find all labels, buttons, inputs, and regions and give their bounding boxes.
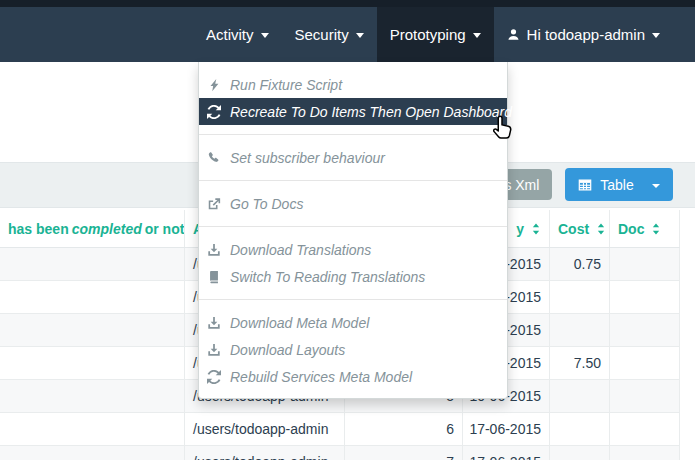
menu-divider xyxy=(199,134,507,135)
download-icon xyxy=(205,343,222,357)
nav-item-label: Hi todoapp-admin xyxy=(527,26,645,43)
download-icon xyxy=(205,316,222,330)
cell-cost xyxy=(550,314,610,346)
cell-doc xyxy=(610,380,680,412)
cell-due-by: 17-06-2015 xyxy=(463,446,550,460)
table-row[interactable]: /users/todoapp-admin 6 17-06-2015 xyxy=(0,413,680,446)
phone-icon xyxy=(205,151,222,165)
cell-completed xyxy=(0,380,185,412)
cell-path: /users/todoapp-admin xyxy=(185,446,345,460)
cell-doc xyxy=(610,413,680,445)
caret-down-icon xyxy=(652,184,660,188)
nav-item-prototyping[interactable]: Prototyping xyxy=(377,7,494,62)
nav-item-user-menu[interactable]: Hi todoapp-admin xyxy=(494,7,673,62)
cell-completed xyxy=(0,347,185,379)
cell-cost: 0.75 xyxy=(550,248,610,280)
refresh-icon xyxy=(205,105,222,119)
menu-item-rebuild-services-meta-model[interactable]: Rebuild Services Meta Model xyxy=(199,363,507,390)
menu-divider xyxy=(199,180,507,181)
cell-quantity: 7 xyxy=(345,446,463,460)
cell-doc xyxy=(610,248,680,280)
cell-doc xyxy=(610,446,680,460)
top-navbar: Activity Security Prototyping Hi todoapp… xyxy=(0,7,695,62)
cell-completed xyxy=(0,281,185,313)
cell-path: /users/todoapp-admin xyxy=(185,413,345,445)
nav-item-label: Prototyping xyxy=(390,26,466,43)
cell-cost: 7.50 xyxy=(550,347,610,379)
nav-item-label: Activity xyxy=(206,26,254,43)
menu-item-download-meta-model[interactable]: Download Meta Model xyxy=(199,309,507,336)
cell-cost xyxy=(550,380,610,412)
caret-down-icon xyxy=(652,33,660,38)
app-window: Activity Security Prototyping Hi todoapp… xyxy=(0,0,695,460)
menu-divider xyxy=(199,226,507,227)
menu-item-download-translations[interactable]: Download Translations xyxy=(199,236,507,263)
book-icon xyxy=(205,270,222,284)
menu-item-download-layouts[interactable]: Download Layouts xyxy=(199,336,507,363)
menu-item-run-fixture-script[interactable]: Run Fixture Script xyxy=(199,71,507,98)
nav-item-security[interactable]: Security xyxy=(282,7,377,62)
cell-quantity: 6 xyxy=(345,413,463,445)
download-icon xyxy=(205,243,222,257)
menu-item-go-to-docs[interactable]: Go To Docs xyxy=(199,190,507,217)
menu-item-recreate-todo-items[interactable]: Recreate To Do Items Then Open Dashboard xyxy=(199,98,507,125)
window-top-strip xyxy=(0,0,695,7)
prototyping-dropdown-menu: Run Fixture Script Recreate To Do Items … xyxy=(198,62,508,399)
column-header-doc[interactable]: Doc xyxy=(610,210,680,247)
caret-down-icon xyxy=(473,33,481,38)
cell-doc xyxy=(610,314,680,346)
sort-icon[interactable] xyxy=(531,223,541,235)
refresh-icon xyxy=(205,370,222,384)
sort-icon[interactable] xyxy=(596,223,606,235)
nav-item-label: Security xyxy=(295,26,349,43)
nav-item-activity[interactable]: Activity xyxy=(193,7,282,62)
table-view-button[interactable]: Table xyxy=(565,168,673,201)
cell-completed xyxy=(0,446,185,460)
sort-icon[interactable] xyxy=(651,223,661,235)
cell-cost xyxy=(550,281,610,313)
caret-down-icon xyxy=(356,33,364,38)
menu-divider xyxy=(199,299,507,300)
bolt-icon xyxy=(205,78,222,92)
column-header-cost[interactable]: Cost xyxy=(550,210,610,247)
external-link-icon xyxy=(205,197,222,211)
cell-doc xyxy=(610,281,680,313)
menu-item-set-subscriber-behaviour[interactable]: Set subscriber behaviour xyxy=(199,144,507,171)
table-view-button-label: Table xyxy=(600,177,633,193)
cell-cost xyxy=(550,446,610,460)
cell-completed xyxy=(0,413,185,445)
cell-due-by: 17-06-2015 xyxy=(463,413,550,445)
table-icon xyxy=(578,178,592,192)
table-row[interactable]: /users/todoapp-admin 7 17-06-2015 xyxy=(0,446,680,460)
cell-cost xyxy=(550,413,610,445)
cell-completed xyxy=(0,314,185,346)
menu-item-switch-to-reading-translations[interactable]: Switch To Reading Translations xyxy=(199,263,507,290)
cell-doc xyxy=(610,347,680,379)
column-header-completed[interactable]: has been completed or not. xyxy=(0,210,185,247)
user-icon xyxy=(507,28,520,41)
caret-down-icon xyxy=(261,33,269,38)
cell-completed xyxy=(0,248,185,280)
